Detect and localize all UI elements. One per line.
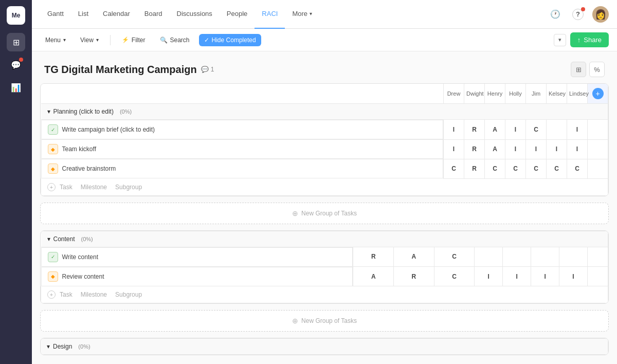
raci-extra-2 <box>588 159 608 178</box>
group-collapse-icon-content[interactable]: ▾ <box>47 235 50 243</box>
group-name-design[interactable]: Design <box>53 343 72 350</box>
task-row-write-content: ✓ Write content R A C <box>41 247 608 267</box>
tab-gantt[interactable]: Gantt <box>40 0 71 29</box>
new-group-plus-icon-2: ⊕ <box>292 317 298 325</box>
task-name-team-kickoff[interactable]: ◆ Team kickoff <box>41 139 444 159</box>
raci-kelsey-c0[interactable] <box>531 247 559 267</box>
help-button[interactable]: ? <box>570 6 586 23</box>
new-group-row-2[interactable]: ⊕ New Group of Tasks <box>40 310 609 332</box>
raci-kelsey-c1[interactable]: I <box>531 267 559 286</box>
col-header-add[interactable]: + <box>588 84 608 104</box>
tab-discussions[interactable]: Discussions <box>170 0 220 29</box>
group-name-content[interactable]: Content <box>53 235 75 243</box>
sidebar-icon-chart[interactable]: 📊 <box>7 78 25 97</box>
raci-holly-c0[interactable] <box>475 247 503 267</box>
group-row-content[interactable]: ▾ Content (0%) <box>41 231 608 247</box>
content-area: TG Digital Marketing Campaign 💬 1 ⊞ % <box>32 51 617 364</box>
raci-jim-1[interactable]: I <box>526 139 547 159</box>
group-name-planning[interactable]: Planning (click to edit) <box>53 108 114 115</box>
view-button[interactable]: View ▾ <box>75 34 104 46</box>
raci-kelsey-0[interactable] <box>547 120 567 140</box>
task-name-write-campaign[interactable]: ✓ Write campaign brief (click to edit) <box>41 120 444 139</box>
raci-lindsey-c0[interactable] <box>559 247 588 267</box>
raci-henry-c0[interactable]: C <box>434 247 475 267</box>
sidebar-logo[interactable]: Me <box>7 6 25 25</box>
raci-jim-c0[interactable] <box>503 247 531 267</box>
col-header-drew: Drew <box>444 84 464 104</box>
raci-lindsey-0[interactable]: I <box>567 120 588 140</box>
add-task-link-content[interactable]: Task <box>60 291 72 298</box>
add-circle-btn[interactable]: + <box>47 183 56 191</box>
raci-lindsey-c1[interactable]: I <box>559 267 588 286</box>
grid-view-icon: ⊞ <box>576 66 582 74</box>
raci-lindsey-2[interactable]: C <box>567 159 588 178</box>
raci-holly-1[interactable]: I <box>505 139 526 159</box>
task-name-write-content[interactable]: ✓ Write content <box>41 247 353 267</box>
group-percent-planning: (0%) <box>120 108 132 115</box>
tab-raci[interactable]: RACI <box>255 0 285 29</box>
checkbox-icon: ✓ <box>204 37 209 44</box>
raci-holly-2[interactable]: C <box>505 159 526 178</box>
raci-drew-c0[interactable]: R <box>353 247 394 267</box>
raci-jim-2[interactable]: C <box>526 159 547 178</box>
task-icon-check-content: ✓ <box>48 252 58 262</box>
filter-button[interactable]: ⚡ Filter <box>117 34 151 46</box>
comment-badge[interactable]: 💬 1 <box>201 66 214 73</box>
menu-button[interactable]: Menu ▾ <box>40 34 71 46</box>
sidebar-icon-grid[interactable]: ⊞ <box>7 33 25 51</box>
hide-completed-button[interactable]: ✓ Hide Completed <box>199 34 261 46</box>
add-task-link[interactable]: Task <box>60 184 72 191</box>
share-button[interactable]: ↑ Share <box>570 32 609 47</box>
tab-list[interactable]: List <box>71 0 96 29</box>
task-name-review-content[interactable]: ◆ Review content <box>41 267 353 286</box>
sidebar-icon-chat[interactable]: 💬 <box>7 56 25 74</box>
raci-henry-1[interactable]: A <box>485 139 505 159</box>
col-header-dwight: Dwight <box>464 84 485 104</box>
raci-dwight-2[interactable]: R <box>464 159 485 178</box>
add-milestone-link-content[interactable]: Milestone <box>81 291 107 298</box>
raci-kelsey-1[interactable]: I <box>547 139 567 159</box>
tab-calendar[interactable]: Calendar <box>96 0 137 29</box>
tab-board[interactable]: Board <box>137 0 170 29</box>
raci-drew-1[interactable]: I <box>444 139 464 159</box>
raci-henry-2[interactable]: C <box>485 159 505 178</box>
task-row-review-content: ◆ Review content A R C I I I I <box>41 267 608 286</box>
add-subgroup-link[interactable]: Subgroup <box>115 184 142 191</box>
add-column-btn[interactable]: + <box>592 88 604 99</box>
group-row-design[interactable]: ▾ Design (0%) <box>41 339 608 355</box>
raci-dwight-1[interactable]: R <box>464 139 485 159</box>
raci-holly-c1[interactable]: I <box>475 267 503 286</box>
raci-holly-0[interactable]: I <box>505 120 526 140</box>
add-milestone-link[interactable]: Milestone <box>81 184 107 191</box>
timer-button[interactable]: 🕐 <box>547 6 564 23</box>
group-collapse-icon[interactable]: ▾ <box>47 108 50 115</box>
dropdown-btn[interactable]: ▾ <box>554 34 566 46</box>
raci-henry-c1[interactable]: C <box>434 267 475 286</box>
search-button[interactable]: 🔍 Search <box>155 34 195 46</box>
project-header-actions: ⊞ % <box>571 62 605 77</box>
group-collapse-icon-design[interactable]: ▾ <box>47 343 50 350</box>
raci-henry-0[interactable]: A <box>485 120 505 140</box>
raci-kelsey-2[interactable]: C <box>547 159 567 178</box>
raci-jim-0[interactable]: C <box>526 120 547 140</box>
tab-people[interactable]: People <box>220 0 255 29</box>
col-header-holly: Holly <box>505 84 526 104</box>
new-group-row-1[interactable]: ⊕ New Group of Tasks <box>40 203 609 224</box>
raci-dwight-0[interactable]: R <box>464 120 485 140</box>
group-row-planning[interactable]: ▾ Planning (click to edit) (0%) <box>41 104 608 120</box>
raci-lindsey-1[interactable]: I <box>567 139 588 159</box>
add-subgroup-link-content[interactable]: Subgroup <box>115 291 142 298</box>
group-percent-design: (0%) <box>78 343 90 350</box>
raci-jim-c1[interactable]: I <box>503 267 531 286</box>
raci-dwight-c0[interactable]: A <box>394 247 434 267</box>
raci-dwight-c1[interactable]: R <box>394 267 434 286</box>
user-avatar[interactable]: 👩 <box>592 6 609 23</box>
grid-view-btn[interactable]: ⊞ <box>571 62 586 77</box>
add-circle-btn-content[interactable]: + <box>47 290 56 299</box>
raci-drew-0[interactable]: I <box>444 120 464 140</box>
tab-more[interactable]: More ▾ <box>285 0 319 29</box>
raci-drew-2[interactable]: C <box>444 159 464 178</box>
percent-view-btn[interactable]: % <box>589 62 605 77</box>
task-name-creative[interactable]: ◆ Creative brainstorm <box>41 159 444 178</box>
raci-drew-c1[interactable]: A <box>353 267 394 286</box>
